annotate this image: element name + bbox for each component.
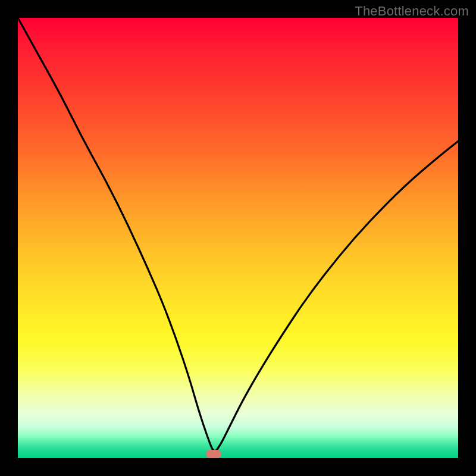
chart-frame: TheBottleneck.com [0, 0, 476, 476]
bottleneck-curve [18, 18, 458, 458]
plot-area [18, 18, 458, 458]
watermark-text: TheBottleneck.com [355, 4, 469, 19]
minimum-marker [206, 450, 221, 458]
